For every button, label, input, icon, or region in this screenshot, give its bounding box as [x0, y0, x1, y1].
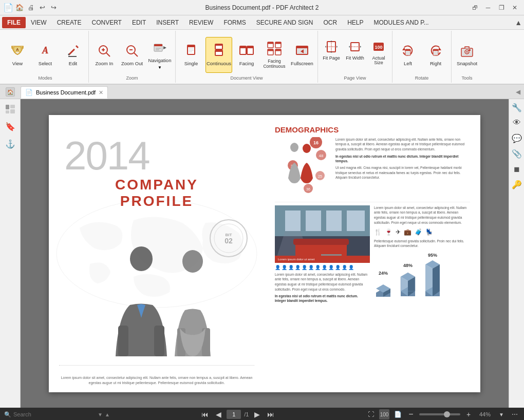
- bar-48-label: 48%: [403, 263, 413, 268]
- zoom-out-button[interactable]: Zoom Out: [119, 37, 145, 73]
- fit-width-button[interactable]: Fit Width: [344, 37, 366, 72]
- right-tool-layers[interactable]: ◼: [511, 163, 523, 175]
- maximize-button[interactable]: ❐: [496, 4, 507, 12]
- last-page-button[interactable]: ⏭: [266, 409, 276, 419]
- menu-forms[interactable]: FORMS: [218, 17, 251, 28]
- rotate-right-label: Right: [430, 61, 441, 66]
- right-tool-key[interactable]: 🔑: [511, 178, 523, 190]
- menu-modules[interactable]: MODULES AND P...: [368, 17, 434, 28]
- search-down-arrow[interactable]: ▼: [98, 412, 103, 417]
- collapse-ribbon-icon[interactable]: ▲: [515, 18, 522, 27]
- svg-rect-60: [405, 49, 410, 51]
- title-bar-left: 📄 🏠 🖨 ↩ ↪: [4, 4, 58, 12]
- page-number-input[interactable]: [227, 410, 241, 419]
- sidebar-anchor-icon[interactable]: ⚓: [3, 136, 18, 151]
- svg-rect-43: [296, 46, 308, 48]
- company-title-line1: COMPANY: [64, 177, 249, 193]
- facing-svg: [239, 43, 254, 59]
- search-up-arrow[interactable]: ▲: [105, 412, 110, 417]
- continuous-button[interactable]: Continuous: [205, 37, 232, 73]
- right-tool-paperclip[interactable]: 📎: [511, 147, 523, 160]
- search-input[interactable]: [13, 411, 96, 417]
- body-text-1: Lorem ipsum dolor sit amet, consectetur …: [335, 137, 470, 152]
- menu-review[interactable]: REVIEW: [184, 17, 218, 28]
- actual-size-status-icon[interactable]: 100: [379, 409, 389, 419]
- demographics-figure-svg: 16 48 33 25: [275, 137, 331, 199]
- title-bar-title: Business Document.pdf - PDF Architect 2: [205, 4, 319, 11]
- zoom-dropdown-arrow[interactable]: ▼: [496, 409, 507, 419]
- menu-create[interactable]: CREATE: [52, 17, 87, 28]
- zoom-in-status-button[interactable]: +: [463, 409, 474, 419]
- svg-rect-33: [247, 46, 253, 48]
- facing-continuous-label: FacingContinuous: [263, 59, 285, 69]
- svg-rect-37: [275, 42, 281, 44]
- seat-icon: 💺: [425, 228, 433, 236]
- select-button[interactable]: A A Select: [32, 37, 59, 73]
- fit-window-icon[interactable]: ⛶: [366, 409, 376, 419]
- zoom-in-icon: [96, 43, 113, 59]
- menu-insert[interactable]: INSERT: [151, 17, 184, 28]
- zoom-thumb[interactable]: [444, 411, 450, 417]
- zoom-in-button[interactable]: Zoom In: [91, 37, 118, 73]
- fit-page-button[interactable]: Fit Page: [320, 37, 343, 72]
- edit-icon: [65, 43, 81, 59]
- home-icon[interactable]: 🏠: [15, 4, 24, 12]
- svg-marker-48: [325, 46, 326, 48]
- next-page-button[interactable]: ▶: [252, 409, 263, 419]
- tab-close-icon[interactable]: ✕: [99, 89, 103, 96]
- search-icon: 🔍: [4, 411, 11, 418]
- menu-view[interactable]: VIEW: [26, 17, 52, 28]
- single-page-status-icon[interactable]: 📄: [392, 409, 403, 419]
- title-bar: 📄 🏠 🖨 ↩ ↪ Business Document.pdf - PDF Ar…: [0, 0, 524, 15]
- single-button[interactable]: Single: [178, 37, 204, 73]
- view-button[interactable]: A View: [4, 37, 31, 73]
- menu-edit[interactable]: EDIT: [127, 17, 151, 28]
- menu-file[interactable]: FILE: [2, 17, 26, 28]
- navigation-button[interactable]: Navigation ▼: [146, 37, 173, 73]
- minimize-button[interactable]: ─: [483, 4, 493, 12]
- first-page-button[interactable]: ⏮: [200, 409, 210, 419]
- menu-help[interactable]: HELP: [342, 17, 368, 28]
- undo-icon[interactable]: ↩: [38, 4, 46, 12]
- status-more-icon[interactable]: ⋯: [510, 409, 520, 419]
- right-tool-comment[interactable]: 💬: [511, 132, 523, 144]
- svg-point-77: [182, 250, 203, 273]
- tab-panel-right[interactable]: ◀: [512, 85, 524, 99]
- sidebar-bookmark-icon[interactable]: 🔖: [3, 119, 18, 134]
- svg-rect-99: [285, 211, 301, 231]
- menu-convert[interactable]: CONVERT: [86, 17, 126, 28]
- rotate-right-button[interactable]: Right: [422, 37, 449, 73]
- menu-secure[interactable]: SECURE AND SIGN: [251, 17, 319, 28]
- help-icon[interactable]: 🗗: [470, 4, 480, 12]
- tab-nav-left-button[interactable]: 🏠: [6, 87, 15, 97]
- redo-icon[interactable]: ↪: [49, 4, 58, 12]
- app-icon: 📄: [4, 4, 12, 12]
- prev-page-button[interactable]: ◀: [213, 409, 223, 419]
- left-page-caption: Lorem ipsum dolor sit amet, consectetur …: [59, 375, 254, 386]
- facing-button[interactable]: Facing: [233, 37, 260, 73]
- right-tool-wrench[interactable]: 🔧: [511, 101, 523, 113]
- zoom-slider[interactable]: [419, 413, 460, 415]
- interior-photo: Lorem ipsum dolor ut amet: [275, 205, 370, 263]
- body-text-4: Lorem ipsum dolor sit amet, consectetur …: [374, 205, 470, 225]
- close-button[interactable]: ✕: [510, 4, 520, 12]
- continuous-label: Continuous: [207, 61, 231, 66]
- sidebar-thumbnail-icon[interactable]: [3, 101, 18, 117]
- menu-ocr[interactable]: OCR: [318, 17, 342, 28]
- zoom-level-display: 44%: [477, 411, 493, 417]
- document-tab[interactable]: 📄 Business Document.pdf ✕: [21, 86, 108, 99]
- svg-rect-75: [154, 326, 164, 356]
- edit-button[interactable]: Edit: [60, 37, 86, 73]
- plane-icon: ✈: [396, 228, 401, 236]
- snapshot-svg: [459, 43, 475, 59]
- print-icon[interactable]: 🖨: [27, 4, 35, 12]
- fullscreen-button[interactable]: Fullscreen: [289, 37, 315, 73]
- bar-24: 24%: [374, 271, 392, 298]
- right-tool-binoculars[interactable]: 👁: [511, 117, 523, 129]
- actual-size-button[interactable]: 100 Actual Size: [367, 37, 390, 72]
- zoom-out-status-button[interactable]: −: [406, 409, 416, 419]
- snapshot-button[interactable]: Snapshot: [454, 37, 480, 73]
- rotate-left-button[interactable]: Left: [395, 37, 421, 73]
- facing-continuous-button[interactable]: FacingContinuous: [261, 37, 288, 73]
- amenity-icons: 🍴 🍷 ✈ 💼 🧳 💺: [374, 228, 470, 236]
